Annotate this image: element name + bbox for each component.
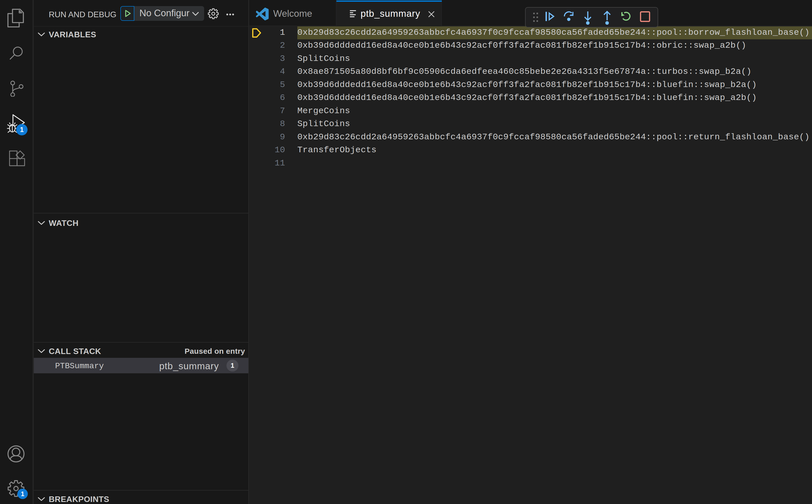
svg-text:1: 1 [20,126,24,133]
svg-text:1: 1 [21,490,24,497]
